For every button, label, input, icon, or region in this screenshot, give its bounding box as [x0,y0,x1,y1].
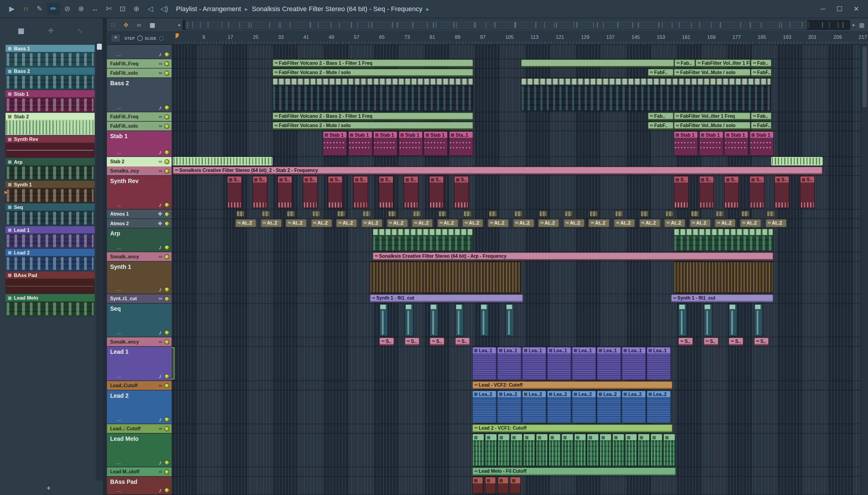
automation-clip-lead-melo-fil-cutoff[interactable]: ∞Lead Melo - Fil Cutoff [472,467,676,476]
automation-clip-at-2[interactable]: ∞At..2 [260,219,281,227]
pattern-clip-lea-2[interactable]: ▦Lea..2 [646,391,671,423]
track-options-dots[interactable]: ... [117,149,156,155]
automation-clip-at-2[interactable]: ∞At..2 [437,219,458,227]
track-options-dots[interactable]: ... [117,244,156,250]
track-header-fabfilt-solo[interactable]: FabFilt..solo∞ [107,69,171,78]
playback-tool-icon[interactable]: ◁ [144,3,157,15]
automation-clip-fabfilter-vol-ilter-1-freq[interactable]: ∞FabFilter Vol..ilter 1 Freq [695,59,751,68]
mute-led[interactable] [164,488,169,493]
automation-clip-s[interactable]: ∞S.. [405,337,420,346]
picker-item-bass-pad[interactable]: ▦BAss Pad [5,272,95,294]
pattern-clip[interactable]: ▦ [472,433,484,466]
draw-tool-icon[interactable]: ✎ [33,3,46,15]
picker-item-stab-1[interactable]: ▦Stab 1 [5,90,95,112]
automation-clip-at-2[interactable]: ∞At..2 [563,219,584,227]
pattern-clip[interactable]: ▦ [497,433,510,466]
playlist-lane-lead-1[interactable]: ▦Lea..1▦Lea..1▦Lea..1▦Lea..1▦Lea..1▦Lea.… [171,347,861,381]
pattern-clip[interactable] [388,211,396,217]
automation-clip-fabfilter-vol-ilter-1-freq[interactable]: ∞FabFilter Vol..ilter 1 Freq [674,112,751,121]
pattern-clip[interactable]: ▦ [612,433,624,466]
picker-item-seq[interactable]: ▦Seq [5,204,95,225]
pattern-clip[interactable] [716,211,724,217]
playlist-lane-lead-m-utoff[interactable]: ∞Lead Melo - Fil Cutoff [171,467,861,477]
mute-led[interactable] [164,383,169,388]
play-icon[interactable]: ▶ [5,3,18,15]
automation-clip-at-2[interactable]: ∞At..2 [538,219,559,227]
playlist-lane-fabfilt-freq[interactable]: ∞FabFilter Volcano 2 - Bass 1 - Filter 1… [171,59,861,69]
pattern-clip[interactable]: ▦ [587,433,599,466]
picker-item-bass-1[interactable]: ▦Bass 1 [5,45,95,67]
pattern-clip[interactable] [379,304,388,336]
pattern-clip[interactable] [312,211,321,217]
pattern-clip[interactable] [405,304,413,336]
playhead-marker[interactable] [176,33,179,38]
track-header-arp[interactable]: Arp...♪ [107,228,171,252]
playlist-lane-row0[interactable] [171,45,861,59]
pattern-clip-lea-1[interactable]: ▦Lea..1 [597,347,621,380]
vertical-scrollbar-thumb[interactable] [863,46,867,107]
pattern-clip[interactable]: ▦ [497,477,508,494]
vertical-scrollbar[interactable] [861,45,868,495]
pattern-clip[interactable]: ▦ [561,433,573,466]
preview-speaker-icon[interactable]: ◁) [158,3,170,15]
playlist-lane-atmos-1[interactable] [171,209,861,219]
playlist-lane-stab-2[interactable] [171,157,861,167]
track-header-fabfilt-freq[interactable]: FabFilt..Freq∞ [107,59,171,69]
pattern-clip[interactable] [430,304,439,336]
pattern-clip[interactable] [236,211,245,217]
delete-tool-icon[interactable]: ⊘ [61,3,73,15]
pattern-clip-s[interactable]: ▦S.. [724,176,739,208]
track-header-bass-pad[interactable]: BAss Pad...♪ [107,477,171,495]
pattern-clip-s[interactable]: ▦S.. [278,176,293,208]
picker-scrollbar-thumb[interactable] [97,44,102,50]
mute-led[interactable] [164,330,169,335]
pattern-clip[interactable] [173,157,273,166]
pattern-clip-s[interactable]: ▦S.. [674,176,689,208]
pattern-clip[interactable]: ▦ [548,433,561,466]
pattern-clip-lea-2[interactable]: ▦Lea..2 [522,391,546,423]
pattern-clip-stab-1[interactable]: ▦Stab 1 [750,131,774,156]
automation-clip-at-2[interactable]: ∞At..2 [462,219,484,227]
automation-clip-at-2[interactable]: ∞At..2 [286,219,307,227]
pattern-clip[interactable]: ▦ [523,433,535,466]
pattern-clip[interactable] [666,211,674,217]
pattern-clip-lea-1[interactable]: ▦Lea..1 [547,347,571,380]
pattern-clip[interactable]: ▦ [510,433,522,466]
mute-led[interactable] [164,339,169,344]
automation-clip-fab[interactable]: ∞Fab.. [751,59,772,68]
track-header-atmos-1[interactable]: Atmos 1✥ [107,209,171,219]
picker-item-synth-rev[interactable]: ▦Synth Rev [5,136,95,157]
mute-led[interactable] [164,159,169,164]
pattern-clip[interactable]: ▦ [485,477,496,494]
mute-led[interactable] [164,417,169,422]
pattern-clip-lea-2[interactable]: ▦Lea..2 [572,391,596,423]
automation-clip-fabfilter-volcano-2-mute-solo[interactable]: ∞FabFilter Volcano 2 - Mute / solo [273,122,474,130]
automation-clip-lead-2-vcf1-cutoff[interactable]: ∞Lead 2 - VCF1: Cutoff [472,424,673,433]
track-header-stab-2[interactable]: Stab 2∞ [107,157,171,167]
pattern-clip-s[interactable]: ▦S.. [750,176,765,208]
pattern-clip[interactable] [262,211,270,217]
automation-clip-s[interactable]: ∞S.. [703,337,719,346]
pattern-clip-s[interactable]: ▦S.. [252,176,267,208]
fl-logo-icon[interactable]: ∩ [19,3,32,15]
automation-clip-sonalksis-creative-filter-stereo-64-bit-2-stab-2-frequency[interactable]: ∞Sonalksis Creative Filter Stereo (64 bi… [173,167,822,175]
pattern-clip-s[interactable]: ▦S.. [800,176,815,208]
slice-tool-icon[interactable]: ✄ [102,3,115,15]
pattern-clip[interactable] [741,211,750,217]
mute-led[interactable] [164,374,169,379]
pattern-clip[interactable] [703,304,712,336]
pattern-clip-s[interactable]: ▦S.. [379,176,394,208]
automation-clip-fab[interactable]: ∞Fab.. [674,59,695,68]
track-header-lead-2[interactable]: Lead 2...♪ [107,391,171,424]
automation-clip-at-2[interactable]: ∞At..2 [361,219,382,227]
mute-led[interactable] [164,469,169,474]
automation-clip-fabf[interactable]: ∞FabF.. [648,122,674,130]
playlist-lane-fabfilt-solo[interactable]: ∞FabFilter Volcano 2 - Mute / solo∞FabF.… [171,69,861,78]
track-header-seq[interactable]: Seq...♪ [107,304,171,337]
magnet-grid-icon[interactable]: ▦ [149,21,155,29]
automation-clip-fabfilter-vol-mute-solo[interactable]: ∞FabFilter Vol..Mute / solo [674,69,751,77]
automation-clip-sonalksis-creative-filter-stereo-64-bit-arp-frequency[interactable]: ∞Sonalksis Creative Filter Stereo (64 bi… [373,252,773,261]
picker-wave-icon[interactable]: ∿ [77,26,83,35]
mute-led[interactable] [164,105,169,110]
automation-clip-at-2[interactable]: ∞At..2 [715,219,736,227]
